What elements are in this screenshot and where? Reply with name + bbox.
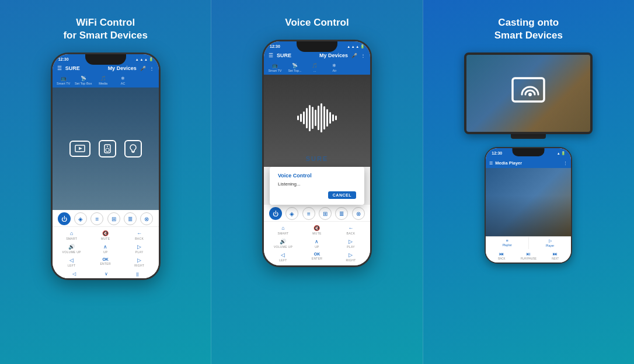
cat-tab-c-settopbox[interactable]: 📡 Set Top... (286, 63, 304, 72)
phone-center-notch (297, 41, 337, 52)
tab-player[interactable]: ▷ Player (529, 237, 572, 249)
phone-left-screen: 12:30 ▲ ▲ ▲ 🔋 ☰ SURE My Devices 🎤 ⋮ 📺 Sm… (53, 54, 159, 278)
dots-icon-center[interactable]: ⋮ (361, 53, 365, 58)
tab-playlist[interactable]: ≡ Playlist (486, 237, 529, 249)
app-name-center: SURE (277, 52, 316, 58)
smart-btn-c[interactable]: ⌂ SMART (266, 223, 300, 237)
playpause-ctrl-label: PLAY/PAUSE (521, 257, 537, 260)
playpause-control[interactable]: ⏯ PLAY/PAUSE (515, 250, 542, 261)
cast-btn[interactable]: ⊗ (140, 212, 153, 225)
wave-bar-4 (306, 108, 308, 128)
tab-player-label: Player (546, 244, 554, 247)
volup-btn[interactable]: 🔊 VOLUME UP (55, 242, 89, 256)
volup-icon: 🔊 (68, 244, 75, 250)
cancel-button[interactable]: CANCEL (328, 191, 356, 199)
phone-left: 12:30 ▲ ▲ ▲ 🔋 ☰ SURE My Devices 🎤 ⋮ 📺 Sm… (51, 52, 161, 280)
grid-btn-c[interactable]: ⊞ (319, 207, 332, 220)
back-ctrl-label: BACK (498, 257, 505, 260)
volup-btn-c[interactable]: 🔊 VOLUME UP (266, 237, 300, 250)
guide-btn[interactable]: ◈ (74, 212, 87, 225)
grid-btn[interactable]: ⊞ (107, 212, 120, 225)
media-controls: ⏮ BACK ⏯ PLAY/PAUSE ⏭ NEXT (486, 249, 571, 262)
cat-tab-c-smarttv[interactable]: 📺 Smart TV (266, 63, 284, 72)
playpause-ctrl-icon: ⏯ (526, 251, 531, 257)
mic-icon-center[interactable]: 🎤 (351, 53, 357, 58)
down-icon-bottom[interactable]: ∨ (104, 271, 108, 276)
cast-btn-c[interactable]: ⊗ (352, 207, 365, 220)
play-icon: ▷ (137, 244, 141, 250)
voice-dialog-text: Listening... (278, 181, 356, 187)
cat-tab-smarttv[interactable]: 📺 Smart TV (55, 76, 72, 85)
mute-btn-c[interactable]: 🔇 MUTE (300, 223, 334, 237)
right-icon-c: ▷ (349, 252, 353, 258)
play-btn[interactable]: ▷ PLAY (123, 242, 156, 256)
mic-icon-left[interactable]: 🎤 (140, 66, 146, 71)
tv-stand (511, 134, 546, 139)
next-ctrl-label: NEXT (552, 257, 559, 260)
svg-point-3 (106, 148, 109, 152)
next-control[interactable]: ⏭ NEXT (542, 250, 569, 261)
cat-tabs-center: 📺 Smart TV 📡 Set Top... 🎵 ... ❄ Air (264, 61, 370, 75)
menu-btn-c[interactable]: ≡ (302, 207, 315, 220)
smart-btn[interactable]: ⌂ SMART (55, 229, 89, 242)
wave-bar-8 (318, 106, 319, 130)
status-icons-small: ▲ 🔋 (557, 151, 566, 155)
left-icon: ◁ (69, 257, 74, 263)
media-tabs: ≡ Playlist ▷ Player (486, 236, 571, 249)
cat-tabs-left: 📺 Smart TV 📡 Set Top Box 🎵 Media ❄ AC (53, 74, 159, 88)
menu-icon-center[interactable]: ☰ (269, 52, 273, 58)
left-btn-c[interactable]: ◁ LEFT (266, 250, 300, 264)
panel-right-title: Casting ontoSmart Devices (494, 16, 563, 42)
main-content-left (53, 88, 159, 210)
wave-bar-1 (297, 116, 299, 120)
tv-mockup (464, 52, 593, 134)
left-btn[interactable]: ◁ LEFT (55, 256, 89, 269)
back-icon-bottom[interactable]: ◁ (72, 271, 76, 276)
right-btn[interactable]: ▷ RIGHT (123, 256, 156, 269)
wave-bar-7 (315, 110, 316, 126)
media-player-title: Media Player (495, 160, 561, 166)
list-btn[interactable]: ≣ (124, 212, 137, 225)
tv-screen (466, 55, 590, 132)
phone-center-screen: 12:30 ▲ ▲ ▲ 🔋 ☰ SURE My Devices 🎤 ⋮ 📺 Sm… (264, 41, 370, 265)
dots-icon-left[interactable]: ⋮ (149, 66, 154, 71)
play-btn-c[interactable]: ▷ PLAY (334, 237, 368, 250)
left-icon-c: ◁ (281, 252, 285, 258)
settopbox-icon: 📡 (81, 76, 86, 81)
media-header: ☰ Media Player ⋮ (486, 156, 571, 168)
cast-icon (508, 76, 549, 111)
ok-btn-c[interactable]: OK ENTER (300, 250, 334, 264)
cat-tab-settopbox[interactable]: 📡 Set Top Box (75, 76, 92, 85)
list-btn-c[interactable]: ≣ (335, 207, 348, 220)
status-time-small: 12:30 (492, 151, 502, 155)
menu-icon-small[interactable]: ☰ (489, 161, 493, 166)
back-btn[interactable]: ← BACK (123, 229, 156, 242)
dots-icon-small[interactable]: ⋮ (563, 161, 567, 166)
player-icon: ▷ (549, 239, 552, 243)
pause-icon-bottom[interactable]: || (136, 271, 138, 276)
guide-btn-c[interactable]: ◈ (285, 207, 298, 220)
power-btn[interactable]: ⏻ (58, 212, 71, 225)
up-btn-c[interactable]: ∧ UP (300, 237, 334, 250)
cat-tab-c-media[interactable]: 🎵 ... (306, 63, 323, 72)
power-btn-c[interactable]: ⏻ (269, 207, 282, 220)
home-icon-c: ⌂ (281, 225, 284, 231)
ok-btn[interactable]: OK ENTER (89, 256, 123, 269)
menu-btn[interactable]: ≡ (90, 212, 103, 225)
back-btn-c[interactable]: ← BACK (334, 223, 368, 237)
control-row1-center: ⏻ ◈ ≡ ⊞ ≣ ⊗ (264, 205, 370, 222)
svg-marker-1 (79, 147, 82, 150)
cat-tab-media-label: Media (99, 82, 107, 85)
right-btn-c[interactable]: ▷ RIGHT (334, 250, 368, 264)
back-control[interactable]: ⏮ BACK (488, 250, 515, 261)
volup-icon-c: 🔊 (280, 239, 286, 244)
app-name-left: SURE (65, 65, 104, 71)
cat-tab-ac[interactable]: ❄ AC (114, 76, 132, 85)
screen-title-left: My Devices (108, 65, 137, 71)
mute-btn[interactable]: 🔇 MUTE (89, 229, 123, 242)
remote-controls-left: ⏻ ◈ ≡ ⊞ ≣ ⊗ ⌂ SMART 🔇 MUTE (53, 210, 159, 278)
cat-tab-media[interactable]: 🎵 Media (95, 76, 112, 85)
menu-icon-left[interactable]: ☰ (57, 65, 62, 71)
up-btn[interactable]: ∧ UP (89, 242, 123, 256)
cat-tab-c-air[interactable]: ❄ Air (326, 63, 343, 72)
